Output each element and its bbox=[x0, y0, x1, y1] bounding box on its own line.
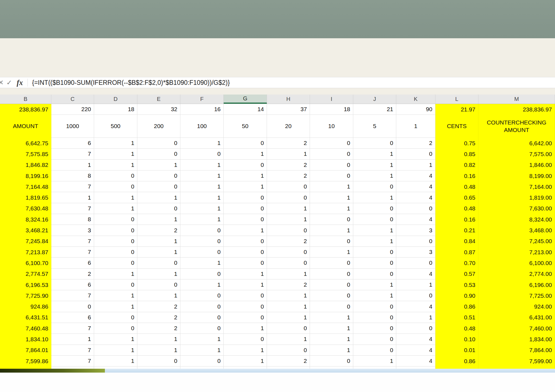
cell-F[interactable]: 0 bbox=[180, 301, 224, 312]
cell-E[interactable]: 0 bbox=[137, 181, 180, 192]
cell-C[interactable]: 1 bbox=[51, 334, 94, 345]
cell-D[interactable]: 1 bbox=[94, 356, 137, 366]
cell-F[interactable]: 16 bbox=[180, 104, 224, 115]
cell-D[interactable]: 0 bbox=[94, 247, 137, 258]
cell-B[interactable]: 1,846.82 bbox=[0, 160, 51, 170]
cell-J[interactable]: 1 bbox=[353, 225, 396, 236]
cell-F[interactable]: 1 bbox=[180, 258, 224, 268]
cell-L[interactable]: 0.48 bbox=[435, 181, 478, 192]
cell-L[interactable]: CENTS bbox=[435, 115, 478, 138]
cell-I[interactable]: 1 bbox=[310, 312, 353, 323]
cell-K[interactable]: 4 bbox=[396, 192, 435, 203]
cell-J[interactable]: 1 bbox=[353, 366, 396, 369]
cell-L[interactable]: 0.86 bbox=[435, 301, 478, 312]
cell-F[interactable]: 1 bbox=[180, 192, 224, 203]
cell-L[interactable]: 0.65 bbox=[435, 192, 478, 203]
cell-J[interactable]: 1 bbox=[353, 356, 396, 366]
cell-K[interactable]: 1 bbox=[396, 312, 435, 323]
cell-C[interactable]: 7 bbox=[51, 356, 94, 366]
cell-H[interactable]: 0 bbox=[267, 225, 310, 236]
cell-J[interactable]: 0 bbox=[353, 269, 396, 279]
cell-C[interactable]: 7 bbox=[51, 236, 94, 247]
cell-G[interactable]: 0 bbox=[224, 138, 267, 149]
cell-H[interactable]: 0 bbox=[267, 366, 310, 369]
cell-L[interactable]: 0.70 bbox=[435, 258, 478, 268]
cell-E[interactable]: 1 bbox=[137, 236, 180, 247]
cell-C[interactable]: 6 bbox=[51, 138, 94, 149]
cell-D[interactable]: 1 bbox=[94, 192, 137, 203]
cell-J[interactable]: 0 bbox=[353, 181, 396, 192]
cell-I[interactable]: 0 bbox=[310, 356, 353, 366]
cell-J[interactable]: 5 bbox=[353, 115, 396, 138]
cell-J[interactable]: 1 bbox=[353, 192, 396, 203]
cell-E[interactable]: 1 bbox=[137, 192, 180, 203]
cell-C[interactable]: 6 bbox=[51, 258, 94, 268]
cell-D[interactable]: 1 bbox=[94, 301, 137, 312]
cell-D[interactable]: 1 bbox=[94, 345, 137, 356]
enter-icon[interactable]: ✓ bbox=[4, 79, 14, 86]
cell-D[interactable]: 0 bbox=[94, 170, 137, 181]
cell-B[interactable]: 6,431.51 bbox=[0, 312, 51, 323]
cell-G[interactable]: 50 bbox=[224, 115, 267, 138]
cell-K[interactable]: 90 bbox=[396, 104, 435, 115]
cell-C[interactable]: 1 bbox=[51, 192, 94, 203]
cell-M[interactable]: 8,199.00 bbox=[478, 170, 555, 181]
cell-M[interactable]: COUNTERCHECKING AMOUNT bbox=[478, 115, 555, 138]
cell-F[interactable]: 0 bbox=[180, 290, 224, 301]
cell-F[interactable]: 1 bbox=[180, 345, 224, 356]
cell-I[interactable]: 1 bbox=[310, 225, 353, 236]
cell-D[interactable]: 500 bbox=[94, 115, 137, 138]
cell-L[interactable]: 0.48 bbox=[435, 323, 478, 334]
cell-H[interactable]: 1 bbox=[267, 203, 310, 214]
cell-J[interactable]: 0 bbox=[353, 323, 396, 334]
cell-L[interactable]: 0.87 bbox=[435, 247, 478, 258]
cell-J[interactable]: 0 bbox=[353, 214, 396, 225]
cell-E[interactable]: 1 bbox=[137, 334, 180, 345]
cell-K[interactable]: 4 bbox=[396, 301, 435, 312]
cell-I[interactable]: 0 bbox=[310, 279, 353, 290]
cell-L[interactable]: 0.86 bbox=[435, 356, 478, 366]
cell-M[interactable]: 7,864.00 bbox=[478, 345, 555, 356]
column-header-D[interactable]: D bbox=[94, 95, 137, 104]
column-header-C[interactable]: C bbox=[51, 95, 94, 104]
cell-G[interactable]: 1 bbox=[224, 170, 267, 181]
cell-G[interactable]: 0 bbox=[224, 366, 267, 369]
cell-D[interactable]: 18 bbox=[94, 104, 137, 115]
cell-J[interactable]: 1 bbox=[353, 170, 396, 181]
cell-H[interactable]: 1 bbox=[267, 149, 310, 159]
cell-F[interactable]: 1 bbox=[180, 214, 224, 225]
cell-I[interactable]: 0 bbox=[310, 214, 353, 225]
cell-J[interactable]: 0 bbox=[353, 258, 396, 268]
cell-B[interactable]: 4,515.93 bbox=[0, 366, 51, 369]
video-progress-bar[interactable] bbox=[0, 369, 555, 373]
column-header-K[interactable]: K bbox=[396, 95, 435, 104]
cell-D[interactable]: 1 bbox=[94, 366, 137, 369]
cell-C[interactable]: 8 bbox=[51, 170, 94, 181]
cell-C[interactable]: 6 bbox=[51, 312, 94, 323]
cell-F[interactable]: 1 bbox=[180, 181, 224, 192]
cell-K[interactable]: 0 bbox=[396, 290, 435, 301]
cell-I[interactable]: 0 bbox=[310, 301, 353, 312]
cell-B[interactable]: 7,164.48 bbox=[0, 181, 51, 192]
cell-G[interactable]: 0 bbox=[224, 301, 267, 312]
cell-B[interactable]: AMOUNT bbox=[0, 115, 51, 138]
cell-K[interactable]: 0 bbox=[396, 236, 435, 247]
cell-H[interactable]: 0 bbox=[267, 323, 310, 334]
column-header-E[interactable]: E bbox=[137, 95, 180, 104]
cell-F[interactable]: 0 bbox=[180, 323, 224, 334]
cell-H[interactable]: 0 bbox=[267, 258, 310, 268]
cell-H[interactable]: 0 bbox=[267, 192, 310, 203]
cell-D[interactable]: 1 bbox=[94, 149, 137, 159]
cell-C[interactable]: 7 bbox=[51, 290, 94, 301]
cell-H[interactable]: 2 bbox=[267, 170, 310, 181]
cell-B[interactable]: 6,100.70 bbox=[0, 258, 51, 268]
cell-M[interactable]: 7,460.00 bbox=[478, 323, 555, 334]
cell-M[interactable]: 7,213.00 bbox=[478, 247, 555, 258]
cell-K[interactable]: 1 bbox=[396, 115, 435, 138]
cell-G[interactable]: 1 bbox=[224, 323, 267, 334]
cell-G[interactable]: 0 bbox=[224, 203, 267, 214]
cell-E[interactable]: 0 bbox=[137, 203, 180, 214]
cell-G[interactable]: 1 bbox=[224, 269, 267, 279]
cell-K[interactable]: 1 bbox=[396, 160, 435, 170]
cell-B[interactable]: 7,725.90 bbox=[0, 290, 51, 301]
